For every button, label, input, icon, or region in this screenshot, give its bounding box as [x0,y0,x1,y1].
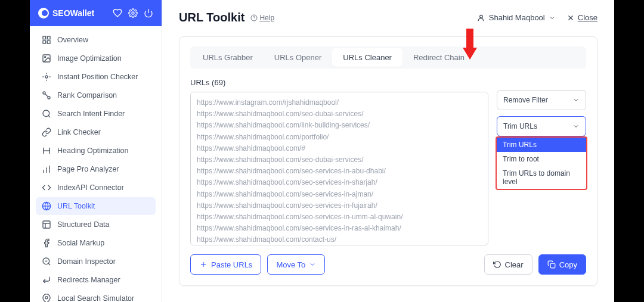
svg-rect-4 [43,41,46,43]
svg-point-37 [479,15,482,18]
globe-icon [42,201,51,211]
page-header: URL Toolkit Help Shahid Maqbool Close [179,11,597,24]
heart-icon[interactable] [113,8,122,18]
sidebar-item-image-optimization[interactable]: Image Optimization [36,49,156,67]
nav-label: IndexAPI Connector [57,183,124,192]
sidebar: SEOWallet OverviewImage OptimizationInst… [30,0,162,302]
tab-redirect-chain[interactable]: Redirect Chain [402,48,475,67]
chevron-down-icon [309,261,316,268]
svg-point-12 [43,92,45,94]
nav-label: Domain Inspector [57,257,116,266]
nav-label: Local Search Simulator [57,294,134,302]
copy-icon [547,260,556,269]
svg-point-6 [45,57,46,58]
chevron-down-icon [572,96,580,104]
move-to-button[interactable]: Move To [267,254,325,275]
help-icon [250,14,258,21]
tabs: URLs GrabberURLs OpenerURLs CleanerRedir… [190,46,586,69]
sidebar-item-social-markup[interactable]: Social Markup [36,234,156,252]
svg-rect-2 [47,36,50,39]
sidebar-item-structured-data[interactable]: Structured Data [36,216,156,233]
sidebar-nav: OverviewImage OptimizationInstant Positi… [30,26,162,302]
nav-label: Social Markup [57,239,104,247]
main-content: URL Toolkit Help Shahid Maqbool Close [162,0,614,302]
svg-rect-1 [43,36,46,39]
domain-icon [42,257,51,266]
trim-urls-select[interactable]: Trim URLs Trim URLsTrim to rootTrim URLs… [497,116,586,136]
svg-rect-25 [43,221,50,228]
gear-icon[interactable] [128,8,138,18]
svg-rect-42 [550,263,555,268]
tab-urls-grabber[interactable]: URLs Grabber [192,48,264,67]
sidebar-item-indexapi-connector[interactable]: IndexAPI Connector [36,179,156,197]
sidebar-item-instant-position-checker[interactable]: Instant Position Checker [36,68,156,86]
help-link[interactable]: Help [250,14,274,22]
heading-icon [42,146,51,155]
close-icon [566,14,575,22]
sidebar-item-domain-inspector[interactable]: Domain Inspector [36,253,156,270]
dropdown-option[interactable]: Trim URLs to domain level [497,166,586,189]
svg-point-13 [48,96,50,99]
nav-label: Overview [57,36,88,44]
nav-label: Redirects Manager [57,276,120,284]
remove-filter-select[interactable]: Remove Filter [497,90,586,110]
sidebar-item-link-checker[interactable]: Link Checker [36,123,156,141]
sidebar-item-heading-optimization[interactable]: Heading Optimization [36,142,156,160]
svg-line-16 [48,116,50,117]
brand-logo[interactable]: SEOWallet [38,8,94,18]
svg-line-14 [45,94,48,96]
close-button[interactable]: Close [566,13,597,22]
brand-name: SEOWallet [52,8,94,18]
nav-label: Rank Comparison [57,91,117,99]
svg-point-7 [45,76,48,78]
sidebar-item-url-toolkit[interactable]: URL Toolkit [36,197,156,215]
power-icon[interactable] [144,8,153,18]
copy-button[interactable]: Copy [538,254,586,275]
sidebar-item-local-search-simulator[interactable]: Local Search Simulator [36,289,156,302]
user-menu[interactable]: Shahid Maqbool [477,13,556,22]
link-icon [42,127,51,137]
nav-label: Heading Optimization [57,147,129,155]
sidebar-item-search-intent-finder[interactable]: Search Intent Finder [36,105,156,123]
sidebar-item-rank-comparison[interactable]: Rank Comparison [36,86,156,104]
rank-icon [42,91,51,100]
urls-count-label: URLs (69) [190,78,488,87]
sidebar-item-redirects-manager[interactable]: Redirects Manager [36,271,156,289]
sidebar-item-page-pro-analyzer[interactable]: Page Pro Analyzer [36,160,156,178]
svg-point-0 [132,12,134,14]
svg-point-15 [43,110,49,117]
nav-label: Instant Position Checker [57,73,138,81]
chevron-down-icon [572,123,580,130]
position-icon [42,72,51,82]
search-icon [42,109,51,119]
urls-textarea[interactable] [190,92,488,245]
nav-label: Image Optimization [57,54,122,63]
logo-bar: SEOWallet [30,0,162,26]
chevron-down-icon [549,14,556,21]
redirect-icon [42,275,51,285]
svg-rect-3 [47,41,50,43]
nav-label: Structured Data [57,220,110,229]
trim-dropdown: Trim URLsTrim to rootTrim URLs to domain… [496,136,587,190]
api-icon [42,183,51,192]
svg-line-29 [48,263,50,265]
paste-urls-button[interactable]: Paste URLs [190,254,261,275]
tab-urls-opener[interactable]: URLs Opener [264,48,332,67]
nav-label: URL Toolkit [57,202,95,210]
dropdown-option[interactable]: Trim to root [497,152,586,166]
dropdown-option[interactable]: Trim URLs [497,138,586,152]
nav-label: Page Pro Analyzer [57,165,119,173]
overview-icon [42,35,51,45]
image-icon [42,54,51,63]
toolkit-card: URLs GrabberURLs OpenerURLs CleanerRedir… [179,36,597,286]
page-title: URL Toolkit [179,11,244,24]
clear-button[interactable]: Clear [484,254,532,275]
tab-urls-cleaner[interactable]: URLs Cleaner [332,48,402,67]
sidebar-item-overview[interactable]: Overview [36,31,156,49]
local-icon [42,294,51,302]
svg-point-31 [45,297,48,299]
refresh-icon [493,260,501,269]
user-icon [477,14,485,22]
nav-label: Search Intent Finder [57,110,125,118]
plus-icon [199,260,208,269]
